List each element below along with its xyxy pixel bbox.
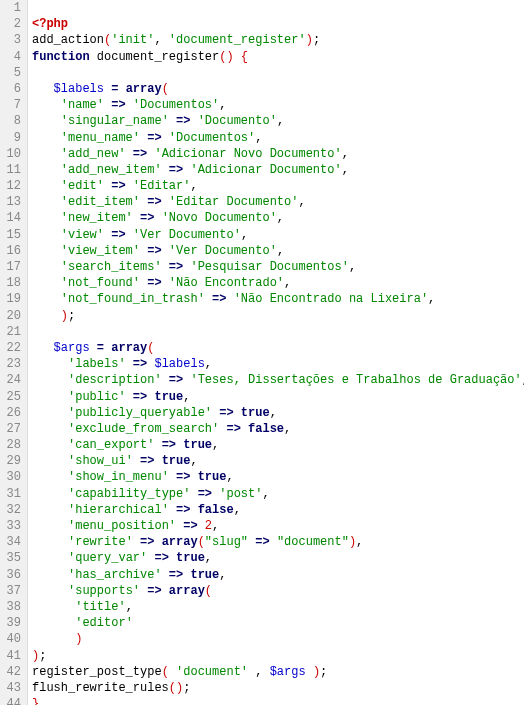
token-plain: , (277, 244, 284, 258)
code-line: 'view' => 'Ver Documento', (32, 227, 524, 243)
token-str: 'name' (61, 98, 104, 112)
token-str: 'singular_name' (61, 114, 169, 128)
token-plain (190, 470, 197, 484)
token-paren: ( (205, 584, 212, 598)
token-plain (162, 373, 169, 387)
token-plain (32, 535, 68, 549)
token-plain (270, 535, 277, 549)
token-paren: ( (147, 341, 154, 355)
token-plain: , (284, 276, 291, 290)
code-line: } (32, 696, 524, 705)
token-var: $args (270, 665, 306, 679)
token-kw: array (111, 341, 147, 355)
code-line: 'title', (32, 599, 524, 615)
line-number: 27 (4, 421, 21, 437)
code-line: ); (32, 308, 524, 324)
token-plain (126, 228, 133, 242)
token-plain: , (190, 454, 197, 468)
line-number: 14 (4, 210, 21, 226)
token-str: 'add_new' (61, 147, 126, 161)
token-str: "document" (277, 535, 349, 549)
code-line: ) (32, 631, 524, 647)
token-plain: , (298, 195, 305, 209)
token-plain (32, 357, 68, 371)
token-op: => (169, 163, 183, 177)
line-number: 19 (4, 291, 21, 307)
token-bool: true (190, 568, 219, 582)
code-line: 'new_item' => 'Novo Documento', (32, 210, 524, 226)
token-plain (32, 211, 61, 225)
token-plain (162, 163, 169, 177)
line-number: 32 (4, 502, 21, 518)
code-line: 'not_found' => 'Não Encontrado', (32, 275, 524, 291)
token-plain (32, 438, 68, 452)
token-plain (32, 584, 68, 598)
token-str: 'rewrite' (68, 535, 133, 549)
token-kw: array (162, 535, 198, 549)
token-str: 'show_in_menu' (68, 470, 169, 484)
token-plain (169, 470, 176, 484)
token-plain (90, 341, 97, 355)
token-num: 2 (205, 519, 212, 533)
token-str: 'editor' (75, 616, 133, 630)
token-plain (162, 244, 169, 258)
token-op: => (169, 568, 183, 582)
line-number: 9 (4, 130, 21, 146)
token-plain: , (349, 260, 356, 274)
token-str: 'menu_position' (68, 519, 176, 533)
token-plain: , (226, 470, 233, 484)
token-tag: <?php (32, 17, 68, 31)
code-line: 'add_new' => 'Adicionar Novo Documento', (32, 146, 524, 162)
token-op: => (212, 292, 226, 306)
code-line: 'edit' => 'Editar', (32, 178, 524, 194)
token-plain: , (234, 503, 241, 517)
token-op: => (133, 147, 147, 161)
token-plain: , (284, 422, 291, 436)
token-plain: , (241, 228, 248, 242)
line-number: 40 (4, 631, 21, 647)
token-plain: , (212, 519, 219, 533)
token-op: => (162, 438, 176, 452)
token-plain (32, 390, 68, 404)
line-number: 44 (4, 696, 21, 705)
token-op: = (97, 341, 104, 355)
token-plain: , (183, 390, 190, 404)
token-plain: , (356, 535, 363, 549)
token-plain (226, 292, 233, 306)
line-number: 25 (4, 389, 21, 405)
code-line: 'query_var' => true, (32, 550, 524, 566)
token-plain (32, 98, 61, 112)
token-str: 'not_found' (61, 276, 140, 290)
token-str: 'view_item' (61, 244, 140, 258)
line-number: 2 (4, 16, 21, 32)
token-str: 'Documentos' (169, 131, 255, 145)
token-str: 'new_item' (61, 211, 133, 225)
token-str: 'query_var' (68, 551, 147, 565)
line-number: 8 (4, 113, 21, 129)
token-plain (32, 131, 61, 145)
token-plain (32, 568, 68, 582)
code-line: function document_register() { (32, 49, 524, 65)
token-paren: ) (313, 665, 320, 679)
token-plain (162, 568, 169, 582)
code-line: 'search_items' => 'Pesquisar Documentos'… (32, 259, 524, 275)
token-bool: true (198, 470, 227, 484)
token-plain (198, 519, 205, 533)
line-number: 37 (4, 583, 21, 599)
token-op: => (111, 98, 125, 112)
token-var: $args (54, 341, 90, 355)
token-op: => (219, 406, 233, 420)
token-plain: , (219, 568, 226, 582)
token-plain (162, 260, 169, 274)
line-number: 22 (4, 340, 21, 356)
code-line: 'show_ui' => true, (32, 453, 524, 469)
token-plain (32, 260, 61, 274)
token-plain (162, 131, 169, 145)
token-plain (32, 632, 75, 646)
token-plain: , (262, 487, 269, 501)
token-op: => (133, 357, 147, 371)
token-plain: ; (183, 681, 190, 695)
token-kw: function (32, 50, 90, 64)
token-plain: , (428, 292, 435, 306)
token-plain (32, 519, 68, 533)
